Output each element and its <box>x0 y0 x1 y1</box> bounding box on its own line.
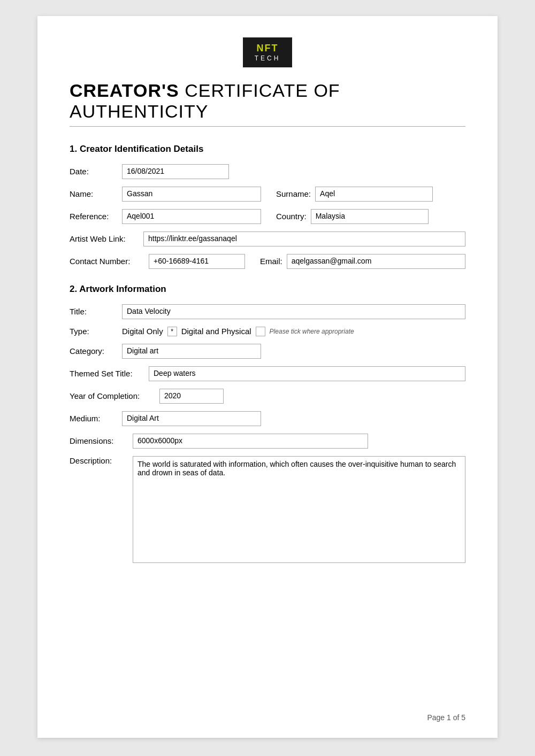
year-label: Year of Completion: <box>70 391 155 400</box>
name-label: Name: <box>70 189 118 198</box>
tick-note: Please tick where appropriate <box>270 328 354 335</box>
description-field[interactable]: The world is saturated with information,… <box>133 456 465 563</box>
name-surname-row: Name: Gassan Surname: Aqel <box>70 187 465 202</box>
artwork-title-field[interactable]: Data Velocity <box>122 304 465 319</box>
artwork-title-label: Title: <box>70 307 118 316</box>
medium-field[interactable]: Digital Art <box>122 411 261 426</box>
type-label: Type: <box>70 327 118 336</box>
dimensions-label: Dimensions: <box>70 436 128 445</box>
weblink-row: Artist Web Link: https://linktr.ee/gassa… <box>70 232 465 246</box>
nft-tech-logo: NFT TECH <box>243 37 293 67</box>
logo-line1: NFT <box>255 43 281 55</box>
title-bold: CREATOR'S <box>70 80 179 101</box>
section1-heading: 1. Creator Identification Details <box>70 144 465 155</box>
section1: 1. Creator Identification Details Date: … <box>70 144 465 269</box>
description-label: Description: <box>70 456 128 465</box>
category-label: Category: <box>70 346 118 356</box>
title-divider <box>70 126 465 127</box>
description-row: Description: The world is saturated with… <box>70 456 465 563</box>
email-label: Email: <box>260 257 282 266</box>
year-row: Year of Completion: 2020 <box>70 389 465 404</box>
themed-row: Themed Set Title: Deep waters <box>70 366 465 381</box>
email-field[interactable]: aqelgassan@gmail.com <box>287 254 465 269</box>
type-digital-physical-label: Digital and Physical <box>181 327 251 336</box>
category-row: Category: Digital art <box>70 344 465 359</box>
dimensions-field[interactable]: 6000x6000px <box>133 434 368 449</box>
date-row: Date: 16/08/2021 <box>70 164 465 179</box>
category-field[interactable]: Digital art <box>122 344 261 359</box>
contact-label: Contact Number: <box>70 257 144 266</box>
weblink-label: Artist Web Link: <box>70 234 139 243</box>
date-label: Date: <box>70 167 118 176</box>
page-number: Page 1 of 5 <box>427 713 465 722</box>
surname-label: Surname: <box>276 189 311 198</box>
surname-field[interactable]: Aqel <box>315 187 433 202</box>
document-page: NFT TECH CREATOR'S CERTIFICATE OF AUTHEN… <box>37 16 498 738</box>
weblink-field[interactable]: https://linktr.ee/gassanaqel <box>143 232 465 246</box>
country-field[interactable]: Malaysia <box>311 209 429 224</box>
section2-heading: 2. Artwork Information <box>70 284 465 295</box>
country-label: Country: <box>276 212 307 221</box>
themed-label: Themed Set Title: <box>70 369 144 378</box>
digital-only-checkbox[interactable]: * <box>167 327 177 336</box>
medium-label: Medium: <box>70 414 118 423</box>
date-field[interactable]: 16/08/2021 <box>122 164 229 179</box>
type-row: Type: Digital Only * Digital and Physica… <box>70 327 465 336</box>
logo-area: NFT TECH <box>70 37 465 67</box>
medium-row: Medium: Digital Art <box>70 411 465 426</box>
artwork-title-row: Title: Data Velocity <box>70 304 465 319</box>
reference-field[interactable]: Aqel001 <box>122 209 261 224</box>
section2: 2. Artwork Information Title: Data Veloc… <box>70 284 465 563</box>
contact-field[interactable]: +60-16689-4161 <box>149 254 245 269</box>
themed-field[interactable]: Deep waters <box>149 366 465 381</box>
name-field[interactable]: Gassan <box>122 187 261 202</box>
document-title: CREATOR'S CERTIFICATE OF AUTHENTICITY <box>70 80 465 122</box>
dimensions-row: Dimensions: 6000x6000px <box>70 434 465 449</box>
contact-email-row: Contact Number: +60-16689-4161 Email: aq… <box>70 254 465 269</box>
reference-label: Reference: <box>70 212 118 221</box>
logo-line2: TECH <box>255 55 281 62</box>
digital-physical-checkbox[interactable] <box>256 327 265 336</box>
reference-country-row: Reference: Aqel001 Country: Malaysia <box>70 209 465 224</box>
year-field[interactable]: 2020 <box>159 389 224 404</box>
type-digital-only-label: Digital Only <box>122 327 163 336</box>
